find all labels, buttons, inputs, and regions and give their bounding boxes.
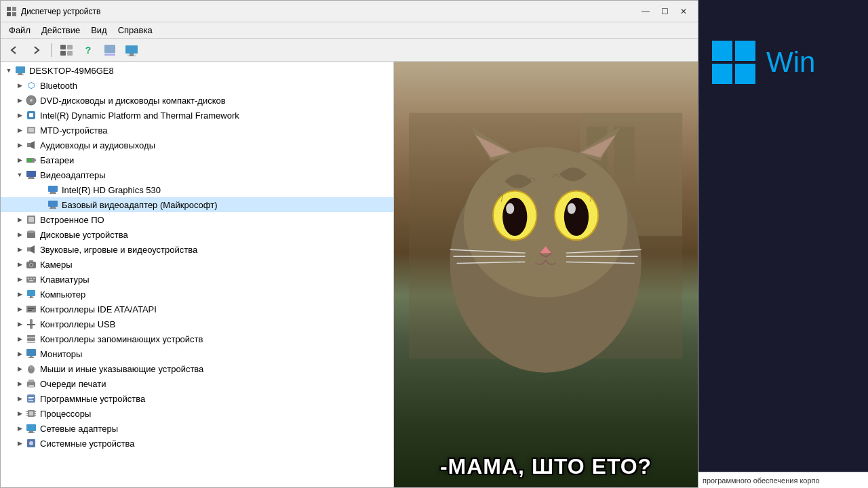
tree-item-intel-hd[interactable]: ▶ Intel(R) HD Graphics 530 <box>1 182 393 197</box>
minimize-button[interactable]: — <box>637 4 654 19</box>
tree-item-mouse[interactable]: ▶ Мыши и иные указывающие устройства <box>1 361 393 376</box>
video-toggle[interactable]: ▼ <box>14 169 25 180</box>
svg-rect-29 <box>28 178 35 179</box>
audio-toggle[interactable]: ▶ <box>14 140 25 150</box>
tree-item-firmware[interactable]: ▶ Встроенное ПО <box>1 212 393 227</box>
svg-marker-23 <box>31 141 35 149</box>
system-icon <box>25 437 37 449</box>
tree-item-battery[interactable]: ▶ Батареи <box>1 152 393 167</box>
monitor-icon <box>25 348 37 360</box>
help-button[interactable]: ? <box>79 41 98 59</box>
device-manager-button[interactable] <box>122 41 141 59</box>
window-icon <box>6 6 17 17</box>
svg-rect-1 <box>12 7 16 11</box>
maximize-button[interactable]: ☐ <box>656 4 673 19</box>
firmware-icon <box>25 214 37 226</box>
tree-item-network[interactable]: ▶ Сетевые адаптеры <box>1 421 393 436</box>
tree-item-disk[interactable]: ▶ Дисковые устройства <box>1 227 393 242</box>
sound-label: Звуковые, игровые и видеоустройства <box>40 245 197 255</box>
tree-item-camera[interactable]: ▶ Камеры <box>1 257 393 272</box>
win-logo-q2 <box>735 41 755 61</box>
svg-rect-58 <box>27 324 35 325</box>
network-icon <box>25 422 37 434</box>
sound-toggle[interactable]: ▶ <box>14 244 25 255</box>
svg-rect-37 <box>28 217 34 222</box>
windows-text: Win <box>766 46 815 79</box>
tree-item-cpu[interactable]: ▶ Процессоры <box>1 406 393 421</box>
mouse-toggle[interactable]: ▶ <box>14 363 25 374</box>
menu-action[interactable]: Действие <box>36 24 85 37</box>
tree-item-printer[interactable]: ▶ Очереди печати <box>1 376 393 391</box>
tree-item-mtd[interactable]: ▶ MTD-устройства <box>1 123 393 138</box>
printer-toggle[interactable]: ▶ <box>14 378 25 389</box>
forward-button[interactable] <box>26 41 45 59</box>
software-toggle[interactable]: ▶ <box>14 393 25 404</box>
battery-toggle[interactable]: ▶ <box>14 155 25 165</box>
tree-item-monitor[interactable]: ▶ Мониторы <box>1 346 393 361</box>
tree-item-computer[interactable]: ▶ Компьютер <box>1 287 393 302</box>
tree-item-dvd[interactable]: ▶ DVD-дисководы и дисководы компакт-диск… <box>1 93 393 108</box>
printer-label: Очереди печати <box>40 379 106 389</box>
svg-rect-8 <box>104 45 115 53</box>
network-toggle[interactable]: ▶ <box>14 423 25 434</box>
tree-item-bluetooth[interactable]: ▶ ⬡ Bluetooth <box>1 78 393 93</box>
monitor-toggle[interactable]: ▶ <box>14 348 25 359</box>
menu-file[interactable]: Файл <box>3 24 36 37</box>
dvd-toggle[interactable]: ▶ <box>14 95 25 106</box>
mtd-icon <box>25 124 37 136</box>
intel-dynamic-icon <box>25 109 37 121</box>
close-button[interactable]: ✕ <box>675 4 692 19</box>
svg-rect-26 <box>27 159 32 162</box>
show-hidden-button[interactable] <box>57 41 76 59</box>
tree-item-video[interactable]: ▼ Видеоадаптеры <box>1 167 393 182</box>
software-label: Программные устройства <box>40 394 145 404</box>
tree-item-storage[interactable]: ▶ Контроллеры запоминающих устройств <box>1 331 393 346</box>
menu-help[interactable]: Справка <box>113 24 158 37</box>
svg-point-100 <box>502 198 527 236</box>
menu-view[interactable]: Вид <box>85 24 113 37</box>
svg-rect-85 <box>28 432 35 433</box>
mtd-toggle[interactable]: ▶ <box>14 125 25 136</box>
main-content: ▼ DESKTOP-49M6GE8 ▶ ⬡ Bluetooth ▶ <box>1 62 698 487</box>
svg-point-101 <box>564 198 589 236</box>
keyboard-icon <box>25 273 37 285</box>
tree-item-keyboard[interactable]: ▶ Клавиатуры <box>1 272 393 287</box>
properties-button[interactable] <box>100 41 119 59</box>
usb-icon <box>25 318 37 330</box>
tree-item-software[interactable]: ▶ Программные устройства <box>1 391 393 406</box>
tree-item-intel-dynamic[interactable]: ▶ Intel(R) Dynamic Platform and Thermal … <box>1 108 393 123</box>
storage-toggle[interactable]: ▶ <box>14 333 25 344</box>
camera-toggle[interactable]: ▶ <box>14 259 25 270</box>
dvd-icon <box>25 94 37 106</box>
usb-toggle[interactable]: ▶ <box>14 319 25 329</box>
svg-rect-0 <box>7 7 11 11</box>
tree-item-basic-video[interactable]: ▶ Базовый видеоадаптер (Майкрософт) <box>1 197 393 212</box>
back-button[interactable] <box>5 41 24 59</box>
status-text: программного обеспечения корпо <box>703 476 820 485</box>
device-tree[interactable]: ▼ DESKTOP-49M6GE8 ▶ ⬡ Bluetooth ▶ <box>1 62 394 487</box>
svg-rect-40 <box>27 247 31 251</box>
keyboard-toggle[interactable]: ▶ <box>14 274 25 285</box>
svg-rect-80 <box>35 411 36 412</box>
tree-item-usb[interactable]: ▶ Контроллеры USB <box>1 317 393 331</box>
bluetooth-label: Bluetooth <box>40 81 77 91</box>
svg-rect-13 <box>16 66 25 73</box>
firmware-toggle[interactable]: ▶ <box>14 214 25 225</box>
tree-item-ide[interactable]: ▶ Контроллеры IDE ATA/ATAPI <box>1 302 393 317</box>
bluetooth-toggle[interactable]: ▶ <box>14 80 25 91</box>
root-toggle[interactable]: ▼ <box>3 65 14 76</box>
svg-rect-30 <box>48 186 58 192</box>
ide-toggle[interactable]: ▶ <box>14 304 25 314</box>
tree-item-system[interactable]: ▶ Системные устройства <box>1 436 393 451</box>
tree-root[interactable]: ▼ DESKTOP-49M6GE8 <box>1 63 393 78</box>
tree-item-sound[interactable]: ▶ Звуковые, игровые и видеоустройства <box>1 242 393 257</box>
intel-dynamic-toggle[interactable]: ▶ <box>14 110 25 121</box>
disk-toggle[interactable]: ▶ <box>14 229 25 240</box>
cat-meme-image: -МАМА, ШТО ЕТО? <box>394 62 698 487</box>
computer-toggle[interactable]: ▶ <box>14 289 25 300</box>
svg-rect-49 <box>33 278 35 279</box>
audio-label: Аудиовходы и аудиовыходы <box>40 140 155 150</box>
cpu-toggle[interactable]: ▶ <box>14 408 25 419</box>
tree-item-audio[interactable]: ▶ Аудиовходы и аудиовыходы <box>1 138 393 152</box>
system-toggle[interactable]: ▶ <box>14 438 25 449</box>
